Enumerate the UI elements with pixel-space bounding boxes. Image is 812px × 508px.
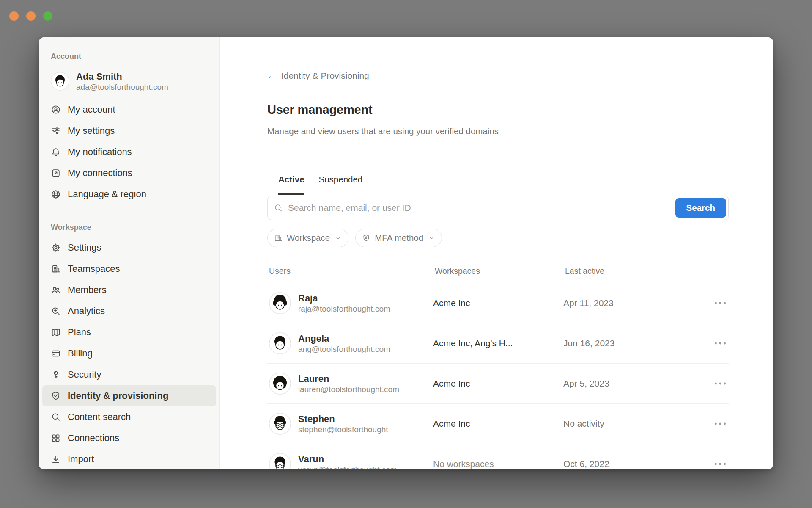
sidebar-item-settings[interactable]: Settings bbox=[42, 237, 216, 258]
sidebar-item-members[interactable]: Members bbox=[42, 279, 216, 301]
main-panel: ← Identity & Provisioning User managemen… bbox=[220, 37, 773, 469]
search-icon bbox=[274, 203, 283, 213]
user-cell: Stephen stephen@toolsforthought bbox=[267, 413, 433, 435]
search-bar: Search bbox=[267, 196, 729, 220]
globe-icon bbox=[51, 189, 61, 199]
user-email: stephen@toolsforthought bbox=[298, 425, 388, 435]
sidebar-item-security[interactable]: Security bbox=[42, 364, 216, 385]
workspace-section-label: Workspace bbox=[42, 223, 216, 232]
table-row-angela[interactable]: Angela ang@toolsforthought.com Acme Inc,… bbox=[267, 323, 729, 364]
workspace-nav: Settings Teamspaces Members Analytics Pl… bbox=[42, 237, 216, 469]
sidebar-item-label: Members bbox=[68, 284, 107, 295]
row-menu-button[interactable] bbox=[712, 297, 729, 309]
row-menu-button[interactable] bbox=[712, 337, 729, 350]
settings-sidebar: Account Ada Smith ada@toolsforthought.co… bbox=[39, 37, 220, 469]
row-menu-button[interactable] bbox=[712, 417, 729, 430]
breadcrumb-back[interactable]: ← Identity & Provisioning bbox=[267, 71, 369, 80]
tab-label: Suspended bbox=[319, 174, 363, 184]
workspaces-cell: No workspaces bbox=[433, 459, 563, 469]
user-name: Lauren bbox=[298, 373, 399, 384]
user-cell: Varun varun@toolsforthought.com bbox=[267, 453, 433, 469]
filter-chips: Workspace MFA method bbox=[267, 229, 729, 247]
avatar bbox=[51, 72, 69, 91]
building-icon bbox=[51, 264, 61, 274]
sidebar-item-label: Connections bbox=[68, 433, 119, 444]
sidebar-item-label: Import bbox=[68, 454, 94, 465]
shield-lock-icon bbox=[362, 234, 370, 242]
sidebar-item-my-connections[interactable]: My connections bbox=[42, 163, 216, 184]
magnifier-icon bbox=[51, 412, 61, 422]
credit-card-icon bbox=[51, 348, 61, 359]
sidebar-item-label: Identity & provisioning bbox=[68, 390, 168, 401]
sidebar-item-label: My connections bbox=[68, 168, 132, 179]
building-icon bbox=[274, 234, 283, 242]
row-menu-button[interactable] bbox=[712, 377, 729, 390]
avatar bbox=[269, 373, 291, 395]
sidebar-item-label: Content search bbox=[68, 411, 131, 422]
key-icon bbox=[51, 370, 61, 380]
sidebar-item-my-account[interactable]: My account bbox=[42, 99, 216, 120]
avatar bbox=[269, 453, 291, 469]
table-row-raja[interactable]: Raja raja@toolsforthought.com Acme Inc A… bbox=[267, 283, 729, 323]
sidebar-item-analytics[interactable]: Analytics bbox=[42, 301, 216, 322]
users-table: Users Workspaces Last active Raja raja@t… bbox=[267, 259, 729, 469]
minimize-button[interactable] bbox=[26, 11, 36, 21]
table-row-varun[interactable]: Varun varun@toolsforthought.com No works… bbox=[267, 444, 729, 469]
sidebar-item-label: My account bbox=[68, 104, 115, 115]
last-active-cell: Oct 6, 2022 bbox=[563, 459, 707, 469]
avatar bbox=[269, 292, 291, 314]
account-profile: Ada Smith ada@toolsforthought.com bbox=[42, 68, 216, 95]
workspaces-cell: Acme Inc, Ang's H... bbox=[433, 338, 563, 348]
user-name: Angela bbox=[298, 333, 390, 344]
grid-icon bbox=[51, 433, 61, 443]
user-email: lauren@toolsforthought.com bbox=[298, 384, 399, 395]
sidebar-item-plans[interactable]: Plans bbox=[42, 322, 216, 343]
tab-active[interactable]: Active bbox=[278, 174, 304, 195]
chevron-down-icon bbox=[428, 235, 435, 241]
map-icon bbox=[51, 327, 61, 337]
sidebar-item-label: My notifications bbox=[68, 146, 132, 157]
sidebar-item-billing[interactable]: Billing bbox=[42, 343, 216, 364]
sidebar-item-label: Settings bbox=[68, 242, 102, 253]
person-circle-icon bbox=[51, 105, 61, 115]
sidebar-item-import[interactable]: Import bbox=[42, 449, 216, 469]
workspaces-cell: Acme Inc bbox=[433, 298, 563, 308]
sidebar-item-identity-and-provisioning[interactable]: Identity & provisioning bbox=[42, 385, 216, 406]
breadcrumb-label: Identity & Provisioning bbox=[281, 71, 369, 80]
sidebar-item-my-notifications[interactable]: My notifications bbox=[42, 141, 216, 163]
last-active-cell: Apr 11, 2023 bbox=[563, 298, 707, 308]
sidebar-item-label: Plans bbox=[68, 327, 91, 338]
search-button[interactable]: Search bbox=[675, 198, 726, 218]
column-header-users: Users bbox=[267, 266, 433, 276]
back-arrow-icon: ← bbox=[267, 71, 276, 80]
filter-mfa-method[interactable]: MFA method bbox=[355, 229, 442, 247]
bell-icon bbox=[51, 147, 61, 157]
sidebar-item-language-and-region[interactable]: Language & region bbox=[42, 184, 216, 205]
sidebar-item-connections[interactable]: Connections bbox=[42, 428, 216, 449]
filter-workspace[interactable]: Workspace bbox=[267, 229, 348, 247]
zoom-button[interactable] bbox=[43, 11, 52, 21]
table-row-lauren[interactable]: Lauren lauren@toolsforthought.com Acme I… bbox=[267, 364, 729, 404]
workspaces-cell: Acme Inc bbox=[433, 419, 563, 429]
sidebar-item-content-search[interactable]: Content search bbox=[42, 406, 216, 428]
user-name: Varun bbox=[298, 453, 397, 465]
sidebar-item-my-settings[interactable]: My settings bbox=[42, 120, 216, 141]
avatar bbox=[269, 332, 291, 354]
user-cell: Raja raja@toolsforthought.com bbox=[267, 292, 433, 314]
tab-bar: ActiveSuspended bbox=[278, 174, 729, 195]
avatar bbox=[269, 413, 291, 435]
column-header-last-active: Last active bbox=[563, 266, 707, 276]
table-row-stephen[interactable]: Stephen stephen@toolsforthought Acme Inc… bbox=[267, 404, 729, 444]
tab-suspended[interactable]: Suspended bbox=[319, 174, 363, 195]
search-input[interactable] bbox=[267, 196, 729, 220]
workspaces-cell: Acme Inc bbox=[433, 378, 563, 389]
sidebar-item-label: Teamspaces bbox=[68, 263, 120, 274]
sidebar-item-label: Billing bbox=[68, 348, 93, 359]
row-menu-button[interactable] bbox=[712, 458, 729, 469]
sidebar-item-label: My settings bbox=[68, 125, 115, 136]
sidebar-item-teamspaces[interactable]: Teamspaces bbox=[42, 258, 216, 279]
close-button[interactable] bbox=[9, 11, 19, 21]
last-active-cell: Apr 5, 2023 bbox=[563, 378, 707, 389]
filter-label: MFA method bbox=[375, 233, 423, 243]
window-controls bbox=[9, 11, 52, 21]
